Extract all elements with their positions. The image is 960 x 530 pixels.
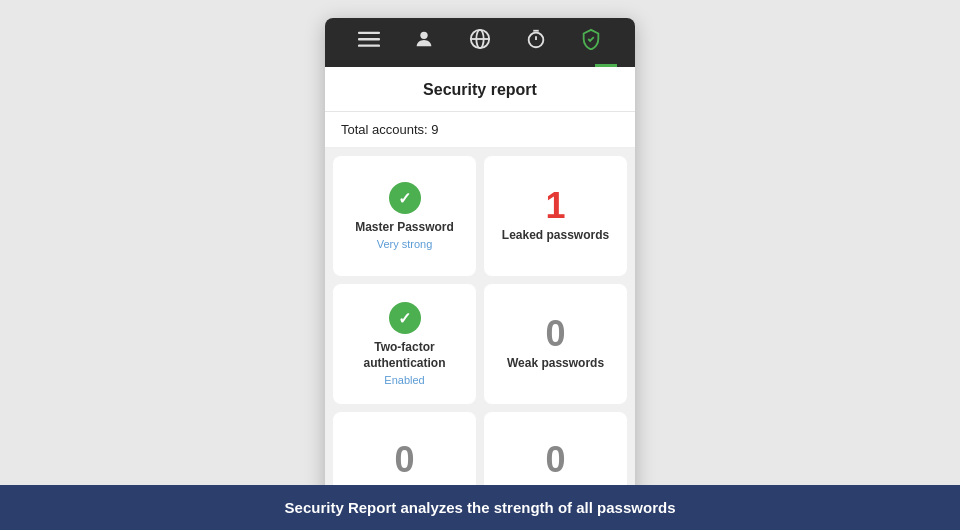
card-sublabel: Enabled	[384, 374, 424, 386]
card-sublabel: Very strong	[377, 238, 433, 250]
weak-passwords-card[interactable]: 0 Weak passwords	[484, 284, 627, 404]
shield-icon[interactable]	[580, 28, 602, 55]
card-label: Weak passwords	[507, 356, 604, 372]
page-title: Security report	[325, 67, 635, 112]
cards-area: Master Password Very strong 1 Leaked pas…	[325, 148, 635, 530]
user-icon[interactable]	[413, 28, 435, 55]
card-label: Master Password	[355, 220, 454, 236]
master-password-card[interactable]: Master Password Very strong	[333, 156, 476, 276]
card-label: Two-factor authentication	[363, 340, 445, 371]
count-6: 0	[545, 442, 565, 478]
two-factor-card[interactable]: Two-factor authentication Enabled	[333, 284, 476, 404]
weak-count: 0	[545, 316, 565, 352]
check-icon	[389, 182, 421, 214]
nav-active-bar	[325, 64, 635, 67]
total-accounts: Total accounts: 9	[325, 112, 635, 148]
svg-point-3	[421, 31, 428, 38]
svg-rect-0	[358, 31, 380, 33]
nav-bar	[325, 18, 635, 64]
leaked-count: 1	[545, 188, 565, 224]
svg-rect-1	[358, 38, 380, 40]
phone-frame: Security report Total accounts: 9 Master…	[325, 18, 635, 530]
menu-icon[interactable]	[358, 28, 380, 55]
globe-icon[interactable]	[469, 28, 491, 55]
leaked-passwords-card[interactable]: 1 Leaked passwords	[484, 156, 627, 276]
check-icon	[389, 302, 421, 334]
caption-bar: Security Report analyzes the strength of…	[0, 485, 960, 530]
count-5: 0	[394, 442, 414, 478]
svg-rect-2	[358, 44, 380, 46]
timer-icon[interactable]	[525, 28, 547, 55]
card-label: Leaked passwords	[502, 228, 609, 244]
